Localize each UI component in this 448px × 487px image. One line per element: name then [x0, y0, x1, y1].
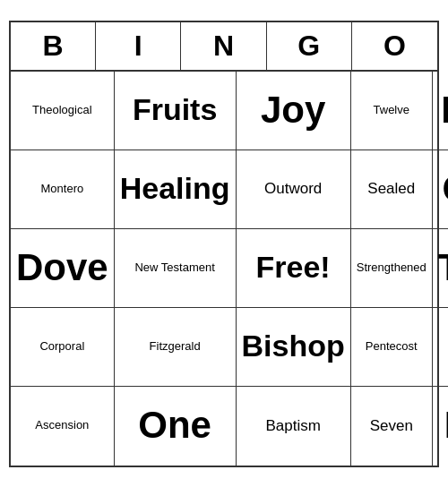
cell-text: Third [438, 246, 448, 289]
bingo-cell: One [115, 387, 237, 466]
bingo-cell: Free! [237, 229, 351, 308]
cell-text: Outword [264, 180, 322, 198]
bingo-cell: Healing [115, 150, 237, 229]
cell-text: Gifts [442, 167, 448, 210]
bingo-cell: Bishop [237, 308, 351, 387]
bingo-cell: Strengthened [351, 229, 433, 308]
cell-text: Sealed [367, 180, 415, 198]
cell-text: Holy [444, 404, 448, 447]
cell-text: Seven [370, 417, 413, 435]
bingo-cell: Sealed [351, 150, 433, 229]
header-letter: I [96, 22, 181, 70]
bingo-cell: Gifts [433, 150, 448, 229]
bingo-cell: Corporal [11, 308, 115, 387]
cell-text: Strengthened [357, 261, 426, 275]
cell-text: Fruits [133, 92, 217, 127]
bingo-cell: Fitzgerald [115, 308, 237, 387]
bingo-grid: TheologicalFruitsJoyTwelveBirthMonteroHe… [11, 72, 437, 466]
bingo-header: BINGO [11, 22, 437, 72]
cell-text: Healing [120, 171, 230, 206]
bingo-cell: Outword [237, 150, 351, 229]
bingo-cell: Third [433, 229, 448, 308]
cell-text: Twelve [374, 104, 409, 117]
bingo-cell: Holy [433, 387, 448, 466]
cell-text: Montero [41, 183, 84, 196]
header-letter: N [181, 22, 266, 70]
cell-text: Fitzgerald [150, 340, 201, 354]
bingo-cell: Dove [11, 229, 115, 308]
bingo-cell: Montero [11, 150, 115, 229]
bingo-cell: Baptism [237, 387, 351, 466]
bingo-card: BINGO TheologicalFruitsJoyTwelveBirthMon… [9, 21, 439, 467]
cell-text: Bishop [242, 329, 345, 363]
header-letter: O [352, 22, 437, 70]
bingo-cell: Ascension [11, 387, 115, 466]
bingo-cell: Beatitude [433, 308, 448, 387]
cell-text: Dove [16, 246, 108, 289]
bingo-cell: Pentecost [351, 308, 433, 387]
bingo-cell: Twelve [351, 72, 433, 150]
cell-text: Theological [32, 104, 92, 117]
bingo-cell: Theological [11, 72, 115, 150]
bingo-cell: New Testament [115, 229, 237, 308]
cell-text: Baptism [265, 417, 320, 435]
cell-text: One [138, 404, 211, 447]
bingo-cell: Fruits [115, 72, 237, 150]
cell-text: Joy [261, 89, 325, 132]
bingo-cell: Birth [433, 72, 448, 150]
cell-text: Pentecost [366, 340, 418, 354]
cell-text: Free! [256, 250, 331, 285]
header-letter: B [11, 22, 96, 70]
header-letter: G [267, 22, 352, 70]
cell-text: Corporal [39, 340, 84, 354]
cell-text: Ascension [35, 419, 89, 432]
bingo-cell: Seven [351, 387, 433, 466]
cell-text: New Testament [134, 261, 214, 275]
cell-text: Birth [441, 89, 448, 132]
bingo-cell: Joy [237, 72, 351, 150]
